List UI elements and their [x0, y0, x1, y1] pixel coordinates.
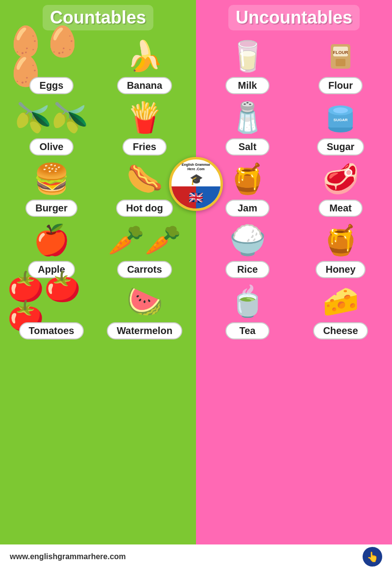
eggs-icon: 🥚🥚🥚: [7, 38, 96, 75]
banana-icon: 🍌: [126, 38, 163, 75]
sugar-icon: SUGAR: [325, 99, 357, 136]
flour-label: Flour: [318, 77, 363, 94]
uncountables-section: Uncountables 🥛 Milk FLOUR Flour: [196, 0, 392, 544]
list-item: 🍉 Watermelon: [100, 283, 189, 339]
list-item: 🥚🥚🥚 Eggs: [7, 38, 96, 94]
uncountables-grid: 🥛 Milk FLOUR Flour 🧂 Salt: [196, 35, 392, 342]
badge-flag-icon: 🇬🇧: [189, 191, 203, 205]
jam-label: Jam: [225, 200, 270, 217]
badge-inner: English GrammarHere .Com 🎓 🇬🇧: [172, 159, 220, 208]
list-item: 🍵 Tea: [203, 283, 292, 339]
list-item: 🥩 Meat: [296, 160, 385, 217]
cheese-icon: 🧀: [322, 283, 359, 320]
list-item: 🍔 Burger: [7, 160, 96, 217]
countables-grid: 🥚🥚🥚 Eggs 🍌 Banana 🫒🫒 Olive 🍟 Fries 🍔 Bur…: [0, 35, 196, 342]
olive-icon: 🫒🫒: [15, 99, 88, 136]
fries-icon: 🍟: [126, 99, 163, 136]
list-item: 🍅🍅🍅 Tomatoes: [7, 283, 96, 339]
meat-label: Meat: [318, 200, 363, 217]
list-item: SUGAR Sugar: [296, 99, 385, 155]
salt-label: Salt: [225, 138, 270, 155]
tomatoes-label: Tomatoes: [19, 322, 84, 339]
main-container: Countables 🥚🥚🥚 Eggs 🍌 Banana 🫒🫒 Olive 🍟 …: [0, 0, 392, 544]
eggs-label: Eggs: [29, 77, 74, 94]
list-item: 🥕🥕 Carrots: [100, 222, 189, 278]
list-item: 🥛 Milk: [203, 38, 292, 94]
milk-icon: 🥛: [229, 38, 266, 75]
sugar-label: Sugar: [317, 138, 365, 155]
footer: www.englishgrammarhere.com 👆: [0, 544, 392, 569]
list-item: 🍌 Banana: [100, 38, 189, 94]
list-item: 🍟 Fries: [100, 99, 189, 155]
tea-label: Tea: [225, 322, 270, 339]
list-item: 🫒🫒 Olive: [7, 99, 96, 155]
watermelon-label: Watermelon: [107, 322, 182, 339]
list-item: 🍚 Rice: [203, 222, 292, 278]
list-item: 🧀 Cheese: [296, 283, 385, 339]
cheese-label: Cheese: [313, 322, 368, 339]
list-item: FLOUR Flour: [296, 38, 385, 94]
badge-hat-icon: 🎓: [190, 173, 203, 186]
milk-label: Milk: [225, 77, 270, 94]
hotdog-icon: 🌭: [126, 160, 163, 197]
list-item: 🧂 Salt: [203, 99, 292, 155]
tea-icon: 🍵: [229, 283, 266, 320]
list-item: 🍯 Honey: [296, 222, 385, 278]
countables-section: Countables 🥚🥚🥚 Eggs 🍌 Banana 🫒🫒 Olive 🍟 …: [0, 0, 196, 544]
banana-label: Banana: [117, 77, 172, 94]
list-item: 🍎 Apple: [7, 222, 96, 278]
honey-icon: 🍯: [322, 222, 359, 259]
hotdog-label: Hot dog: [116, 200, 173, 217]
meat-icon: 🥩: [322, 160, 359, 197]
rice-label: Rice: [225, 261, 270, 278]
brand-badge: English GrammarHere .Com 🎓 🇬🇧: [169, 157, 223, 211]
jam-icon: 🍯: [229, 160, 266, 197]
burger-icon: 🍔: [33, 160, 70, 197]
watermelon-icon: 🍉: [126, 283, 163, 320]
flour-icon: FLOUR: [326, 38, 355, 75]
svg-rect-3: [336, 59, 345, 66]
svg-point-7: [333, 107, 348, 113]
honey-label: Honey: [316, 261, 365, 278]
badge-text: English GrammarHere .Com: [174, 162, 218, 171]
carrots-label: Carrots: [117, 261, 172, 278]
burger-label: Burger: [25, 200, 77, 217]
olive-label: Olive: [29, 138, 74, 155]
footer-hand-icon: 👆: [363, 547, 382, 567]
tomatoes-icon: 🍅🍅🍅: [7, 283, 96, 320]
salt-icon: 🧂: [229, 99, 266, 136]
uncountables-title: Uncountables: [228, 5, 360, 30]
svg-text:FLOUR: FLOUR: [333, 50, 348, 55]
apple-icon: 🍎: [33, 222, 70, 259]
rice-icon: 🍚: [229, 222, 266, 259]
fries-label: Fries: [122, 138, 167, 155]
svg-text:SUGAR: SUGAR: [333, 118, 347, 122]
footer-website: www.englishgrammarhere.com: [10, 552, 126, 561]
carrots-icon: 🥕🥕: [108, 222, 181, 259]
